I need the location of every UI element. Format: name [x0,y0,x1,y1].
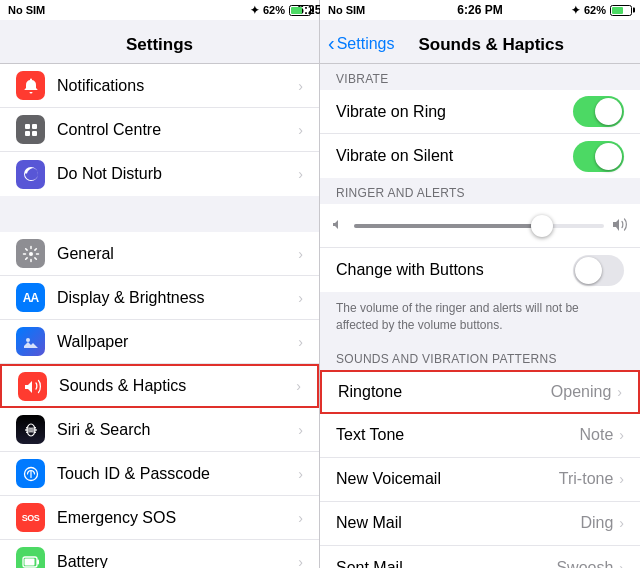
text-tone-label: Text Tone [336,426,580,444]
general-chevron: › [298,246,303,262]
sent-mail-item[interactable]: Sent Mail Swoosh › [320,546,640,568]
sidebar-item-general[interactable]: General › [0,232,319,276]
sidebar-item-display-brightness[interactable]: AA Display & Brightness › [0,276,319,320]
volume-slider-container [320,204,640,248]
display-brightness-label: Display & Brightness [57,289,298,307]
ringtone-label: Ringtone [338,383,551,401]
new-mail-chevron: › [619,515,624,531]
svg-rect-2 [25,131,30,136]
wallpaper-chevron: › [298,334,303,350]
settings-group-2: General › AA Display & Brightness › Wall… [0,232,319,568]
right-status-bar: No SIM 6:26 PM ✦ 62% [320,0,640,20]
right-header: ‹ Settings Sounds & Haptics [320,20,640,64]
new-mail-item[interactable]: New Mail Ding › [320,502,640,546]
change-buttons-knob [575,257,602,284]
sidebar-item-sounds-haptics[interactable]: Sounds & Haptics › [0,364,319,408]
vibrate-section-header: VIBRATE [320,64,640,90]
ringer-group: Change with Buttons [320,204,640,292]
sidebar-item-siri-search[interactable]: Siri & Search › [0,408,319,452]
display-brightness-icon: AA [16,283,45,312]
battery-label: Battery [57,553,298,569]
right-title: Sounds & Haptics [402,35,640,55]
settings-list: Notifications › Control Centre › Do Not … [0,64,319,568]
control-centre-label: Control Centre [57,121,298,139]
back-button[interactable]: ‹ Settings [328,32,394,55]
general-label: General [57,245,298,263]
new-voicemail-item[interactable]: New Voicemail Tri-tone › [320,458,640,502]
vibrate-ring-toggle[interactable] [573,96,624,127]
settings-group-1: Notifications › Control Centre › Do Not … [0,64,319,196]
volume-low-icon [332,217,346,234]
sidebar-item-notifications[interactable]: Notifications › [0,64,319,108]
display-brightness-chevron: › [298,290,303,306]
change-buttons-item: Change with Buttons [320,248,640,292]
siri-search-chevron: › [298,422,303,438]
left-carrier: No SIM [8,4,45,16]
right-content: VIBRATE Vibrate on Ring Vibrate on Silen… [320,64,640,568]
right-panel: No SIM 6:26 PM ✦ 62% ‹ Settings Sounds &… [320,0,640,568]
sidebar-item-touch-id[interactable]: Touch ID & Passcode › [0,452,319,496]
sent-mail-value: Swoosh [556,559,613,568]
change-buttons-toggle[interactable] [573,255,624,286]
control-centre-chevron: › [298,122,303,138]
group-separator-1 [0,196,319,232]
sounds-patterns-header: SOUNDS AND VIBRATION PATTERNS [320,344,640,370]
right-time: 6:26 PM [457,3,502,17]
notifications-icon [16,71,45,100]
svg-point-4 [29,252,33,256]
battery-icon [16,547,45,568]
left-header: Settings [0,20,319,64]
sounds-haptics-chevron: › [296,378,301,394]
svg-rect-1 [32,124,37,129]
svg-rect-0 [25,124,30,129]
ringtone-chevron: › [617,384,622,400]
ringer-section-header: RINGER AND ALERTS [320,178,640,204]
sent-mail-label: Sent Mail [336,559,556,568]
battery-chevron: › [298,554,303,569]
vibrate-silent-knob [595,143,622,170]
touch-id-label: Touch ID & Passcode [57,465,298,483]
ringtone-item[interactable]: Ringtone Opening › [320,370,640,414]
left-title: Settings [126,35,193,55]
volume-slider-track[interactable] [354,224,604,228]
do-not-disturb-icon [16,160,45,189]
sounds-patterns-group: Ringtone Opening › Text Tone Note › New … [320,370,640,568]
left-status-bar: No SIM 6:25 PM ✦ 62% [0,0,319,20]
control-centre-icon [16,115,45,144]
general-icon [16,239,45,268]
do-not-disturb-chevron: › [298,166,303,182]
notifications-chevron: › [298,78,303,94]
emergency-sos-label: Emergency SOS [57,509,298,527]
right-battery-icon [610,5,632,16]
siri-search-label: Siri & Search [57,421,298,439]
right-carrier: No SIM [328,4,365,16]
volume-high-icon [612,217,628,234]
back-chevron-icon: ‹ [328,32,335,55]
change-buttons-label: Change with Buttons [336,261,573,279]
svg-rect-8 [37,559,39,564]
text-tone-item[interactable]: Text Tone Note › [320,414,640,458]
sounds-haptics-label: Sounds & Haptics [59,377,296,395]
ringer-info-text: The volume of the ringer and alerts will… [320,292,640,344]
vibrate-ring-item: Vibrate on Ring [320,90,640,134]
vibrate-section: VIBRATE Vibrate on Ring Vibrate on Silen… [320,64,640,178]
do-not-disturb-label: Do Not Disturb [57,165,298,183]
sidebar-item-battery[interactable]: Battery › [0,540,319,568]
back-label: Settings [337,35,395,53]
volume-slider-fill [354,224,542,228]
wallpaper-label: Wallpaper [57,333,298,351]
svg-rect-9 [24,558,34,565]
left-bluetooth-icon: ✦ [250,4,259,17]
vibrate-silent-item: Vibrate on Silent [320,134,640,178]
vibrate-silent-toggle[interactable] [573,141,624,172]
sidebar-item-wallpaper[interactable]: Wallpaper › [0,320,319,364]
left-status-left: No SIM [8,4,45,16]
right-status-right: ✦ 62% [571,4,632,17]
wallpaper-icon [16,327,45,356]
sidebar-item-control-centre[interactable]: Control Centre › [0,108,319,152]
vibrate-group: Vibrate on Ring Vibrate on Silent [320,90,640,178]
sent-mail-chevron: › [619,560,624,568]
sidebar-item-do-not-disturb[interactable]: Do Not Disturb › [0,152,319,196]
touch-id-chevron: › [298,466,303,482]
sidebar-item-emergency-sos[interactable]: SOS Emergency SOS › [0,496,319,540]
